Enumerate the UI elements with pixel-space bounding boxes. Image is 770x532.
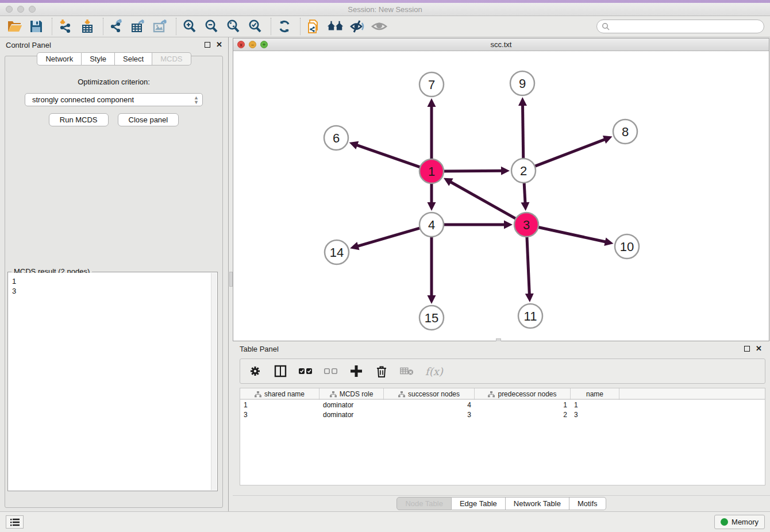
graph-arrowhead — [518, 97, 527, 106]
table-cell[interactable]: 2 — [475, 411, 571, 419]
graph-edge-2-8[interactable] — [534, 138, 607, 167]
graph-node-label-10: 10 — [620, 240, 634, 254]
node-table-header: shared nameMCDS rolesuccessor nodesprede… — [240, 388, 765, 400]
tab-node-table[interactable]: Node Table — [396, 497, 452, 510]
graph-edge-3-10[interactable] — [537, 227, 609, 242]
table-cell[interactable]: 3 — [571, 411, 619, 419]
table-cell[interactable]: dominator — [319, 401, 384, 409]
vertical-splitter[interactable] — [228, 37, 233, 511]
network-window-titlebar[interactable]: x – + scc.txt — [233, 38, 769, 51]
table-row[interactable]: 3dominator323 — [240, 410, 765, 419]
tab-select[interactable]: Select — [115, 52, 152, 65]
delete-table-icon[interactable] — [400, 364, 414, 378]
network-canvas[interactable]: 7968124314101511 — [233, 51, 769, 341]
table-cell[interactable]: 3 — [384, 411, 475, 419]
graph-arrowhead — [428, 202, 436, 211]
save-session-icon[interactable] — [28, 18, 45, 35]
column-type-icon — [398, 391, 405, 398]
function-builder-icon[interactable]: f(x) — [425, 364, 443, 378]
column-type-icon — [330, 391, 337, 398]
toolbar-separator — [103, 18, 103, 35]
search-field[interactable] — [596, 20, 764, 33]
tab-network-table[interactable]: Network Table — [506, 497, 569, 510]
table-cell[interactable]: 4 — [384, 401, 475, 409]
table-cell[interactable]: 3 — [240, 411, 319, 419]
memory-label: Memory — [732, 518, 759, 526]
column-type-icon — [255, 391, 261, 398]
import-network-icon[interactable] — [57, 18, 74, 35]
graph-node-label-2: 2 — [520, 164, 527, 178]
refresh-layout-icon[interactable] — [276, 18, 293, 35]
toolbar-separator — [271, 18, 271, 35]
column-header-predecessor-nodes[interactable]: predecessor nodes — [475, 388, 571, 400]
delete-column-icon[interactable] — [375, 364, 388, 378]
show-eye-icon[interactable] — [371, 18, 388, 35]
zoom-fit-icon[interactable] — [225, 18, 242, 35]
control-panel-header: Control Panel ✕ — [0, 37, 228, 52]
zoom-selected-icon[interactable] — [247, 18, 264, 35]
list-icon — [10, 518, 20, 526]
node-table[interactable]: shared nameMCDS rolesuccessor nodesprede… — [240, 388, 765, 485]
table-cell[interactable]: 1 — [475, 401, 571, 409]
tab-edge-table[interactable]: Edge Table — [452, 497, 506, 510]
float-table-panel-icon[interactable] — [744, 346, 750, 352]
tab-network[interactable]: Network — [37, 52, 82, 65]
zoom-out-icon[interactable] — [203, 18, 220, 35]
graph-edge-4-14[interactable] — [355, 228, 421, 246]
select-all-icon[interactable] — [299, 364, 313, 378]
column-header-successor-nodes[interactable]: successor nodes — [384, 388, 475, 400]
close-panel-button[interactable]: Close panel — [118, 113, 179, 126]
home-networks-icon[interactable] — [327, 18, 344, 35]
run-mcds-button[interactable]: Run MCDS — [49, 113, 109, 126]
zoom-in-icon[interactable] — [181, 18, 198, 35]
column-header-shared-name[interactable]: shared name — [240, 388, 319, 400]
table-cell[interactable]: dominator — [319, 411, 384, 419]
graph-arrowhead — [525, 294, 534, 302]
table-cell[interactable]: 1 — [571, 401, 619, 409]
hide-eye-icon[interactable] — [349, 18, 366, 35]
task-history-button[interactable] — [6, 515, 24, 529]
status-bar: Memory — [0, 511, 770, 532]
open-file-icon[interactable] — [6, 18, 23, 35]
close-panel-icon[interactable]: ✕ — [216, 42, 222, 48]
export-image-icon[interactable] — [152, 18, 169, 35]
table-panel-divider — [233, 495, 770, 496]
table-row[interactable]: 1dominator411 — [240, 400, 765, 410]
export-network-icon[interactable] — [108, 18, 125, 35]
column-header-MCDS-role[interactable]: MCDS role — [319, 388, 384, 400]
mcds-result-scrollbar[interactable] — [211, 273, 217, 490]
main-toolbar — [0, 16, 770, 37]
column-header-name[interactable]: name — [571, 388, 619, 400]
table-settings-gear-icon[interactable] — [248, 364, 262, 378]
column-selector-icon[interactable] — [274, 364, 287, 378]
graph-edge-2-3[interactable] — [524, 182, 525, 206]
import-table-icon[interactable] — [79, 18, 96, 35]
graph-node-label-15: 15 — [425, 311, 438, 325]
export-table-icon[interactable] — [130, 18, 147, 35]
memory-status-icon — [721, 518, 728, 526]
graph-edge-3-1[interactable] — [448, 180, 517, 219]
graph-edge-1-6[interactable] — [354, 144, 421, 168]
close-table-panel-icon[interactable]: ✕ — [756, 346, 762, 352]
toolbar-separator — [52, 18, 52, 35]
graph-node-label-6: 6 — [333, 131, 340, 145]
optimization-criterion-label: Optimization criterion: — [5, 78, 222, 86]
tab-mcds[interactable]: MCDS — [152, 52, 191, 65]
table-cell[interactable]: 1 — [240, 401, 319, 409]
tab-style[interactable]: Style — [82, 52, 115, 65]
graph-edge-1-2[interactable] — [442, 171, 505, 171]
optimization-criterion-dropdown[interactable]: strongly connected component ▲▼ — [25, 93, 203, 106]
graph-edge-2-9[interactable] — [522, 102, 523, 160]
float-panel-icon[interactable] — [205, 42, 210, 48]
add-column-icon[interactable] — [349, 364, 363, 378]
search-input[interactable] — [610, 22, 764, 31]
tab-motifs[interactable]: Motifs — [569, 497, 606, 510]
deselect-all-icon[interactable] — [324, 364, 338, 378]
network-window-title: scc.txt — [233, 40, 769, 49]
memory-button[interactable]: Memory — [714, 515, 765, 529]
copy-network-icon[interactable] — [305, 18, 322, 35]
graph-node-label-8: 8 — [622, 125, 629, 139]
graph-edge-3-11[interactable] — [527, 236, 530, 297]
mcds-result-text[interactable]: 1 3 — [9, 273, 211, 490]
graph-node-label-11: 11 — [524, 309, 537, 323]
